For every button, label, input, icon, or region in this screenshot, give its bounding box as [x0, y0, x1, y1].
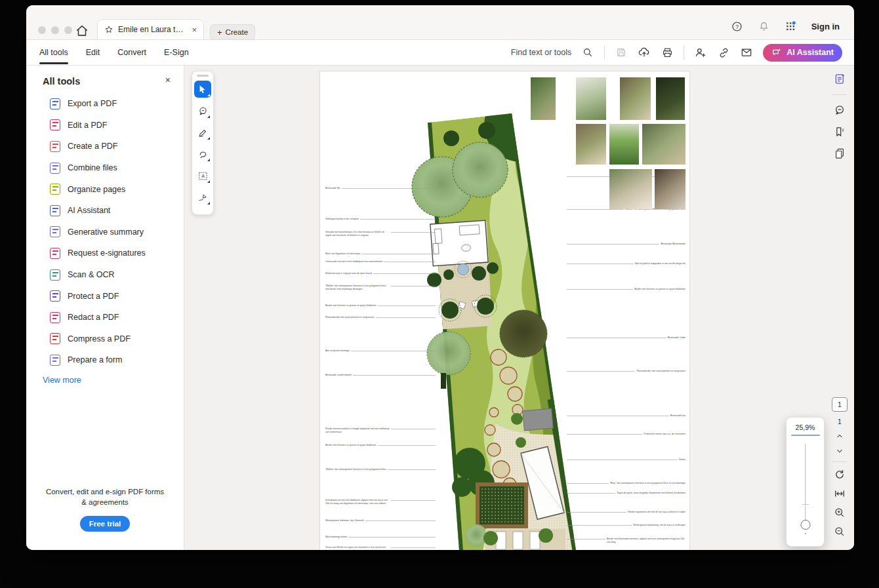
minimize-window-button[interactable]: [51, 26, 59, 34]
view-more-link[interactable]: View more: [43, 376, 184, 385]
tool-label: Request e-signatures: [68, 248, 146, 258]
tool-list-item[interactable]: Request e-signatures: [26, 243, 184, 264]
create-tab-button[interactable]: + Create: [210, 24, 255, 40]
ai-assistant-label: AI Assistant: [787, 48, 834, 57]
notifications-bell-icon[interactable]: [758, 20, 771, 33]
print-icon[interactable]: [661, 46, 674, 59]
leader-line: [567, 209, 623, 210]
select-tool-button[interactable]: [194, 81, 211, 98]
plan-annotation: Bestaande Eik: [325, 187, 436, 190]
tree-tunnel-photo: [576, 124, 606, 165]
ai-assistant-button[interactable]: AI Assistant: [763, 44, 842, 62]
plus-icon: +: [217, 28, 222, 37]
tool-list-item[interactable]: Generative summary: [26, 222, 184, 243]
tool-list-item[interactable]: Organize pages: [26, 178, 184, 200]
zoom-in-icon[interactable]: [833, 506, 846, 519]
tool-list-item[interactable]: Protect a PDF: [26, 285, 184, 307]
tool-list-item[interactable]: AI Assistant: [26, 200, 184, 222]
tool-list-item[interactable]: Create a PDF: [26, 136, 184, 157]
plan-annotation: Bestaande Berkenboom: [567, 243, 685, 246]
page-number-input[interactable]: 1: [832, 397, 848, 412]
lasso-tool-button[interactable]: [194, 146, 211, 163]
free-trial-button[interactable]: Free trial: [80, 516, 131, 532]
leader-line: [353, 375, 436, 376]
leader-line: [567, 264, 634, 264]
titlebar: Emile en Laura tuinont... × + Create ?: [26, 5, 854, 40]
leader-line: [567, 434, 642, 435]
zoom-slider-handle[interactable]: [800, 520, 810, 530]
toolbar-tab[interactable]: Edit: [86, 41, 100, 64]
tool-label: Compress a PDF: [68, 334, 131, 343]
home-icon[interactable]: [75, 24, 89, 38]
tool-list-item[interactable]: Edit a PDF: [26, 115, 184, 136]
tool-label: Prepare a form: [68, 355, 122, 364]
tool-list-item[interactable]: Combine files: [26, 157, 184, 179]
generative-summary-icon[interactable]: [833, 72, 847, 86]
plan-annotation: Klinkerterrasje in visgraat voor de open…: [325, 272, 436, 275]
panel-close-icon[interactable]: ×: [165, 75, 171, 85]
document-tab[interactable]: Emile en Laura tuinont... ×: [97, 19, 204, 39]
pages-thumbnails-icon[interactable]: [833, 147, 846, 160]
leader-line: [388, 469, 436, 470]
comments-icon[interactable]: [833, 104, 846, 117]
create-pdf-icon: [50, 141, 60, 152]
zoom-slider-track[interactable]: [805, 444, 806, 522]
zoom-out-icon[interactable]: [833, 525, 846, 538]
search-icon[interactable]: [581, 46, 594, 59]
svg-text:?: ?: [735, 23, 739, 29]
plan-annotation: Ronde stapstenen om met de kar naar acht…: [567, 511, 685, 514]
app-switcher-grid-icon[interactable]: [785, 20, 798, 33]
share-link-icon[interactable]: [717, 46, 730, 59]
zoom-slider[interactable]: [787, 436, 824, 541]
tool-label: Export a PDF: [68, 99, 117, 108]
plan-annotation: Meerstammige boom: [325, 536, 436, 539]
sign-in-button[interactable]: Sign in: [811, 22, 840, 31]
compress-pdf-icon: [50, 333, 60, 344]
tool-label: Generative summary: [68, 227, 144, 237]
tool-label: Scan & OCR: [68, 270, 115, 279]
maximize-window-button[interactable]: [64, 26, 72, 34]
rotate-page-icon[interactable]: [833, 468, 846, 481]
tool-list-item[interactable]: Prepare a form: [26, 349, 184, 371]
plan-annotation: Tegen de gevel, waar mogelijk, klimplant…: [567, 492, 685, 495]
palette-drag-handle[interactable]: [197, 75, 209, 77]
quick-tools-palette: A: [192, 71, 214, 215]
draw-tool-button[interactable]: [194, 124, 211, 141]
tool-list-item[interactable]: Scan & OCR: [26, 264, 184, 286]
leader-line: [384, 262, 436, 262]
organize-pages-icon: [50, 184, 60, 195]
text-select-tool-button[interactable]: A: [194, 167, 211, 184]
star-icon[interactable]: [104, 25, 113, 34]
promo-text-line1: Convert, edit and e-sign PDF forms: [26, 486, 184, 497]
find-text-or-tools-label[interactable]: Find text or tools: [511, 48, 571, 57]
previous-page-chevron-icon[interactable]: [834, 431, 845, 441]
tool-list-item[interactable]: Compress a PDF: [26, 328, 184, 350]
request-esignatures-icon: [50, 248, 60, 259]
traffic-lights: [38, 26, 72, 34]
toolbar-tab[interactable]: All tools: [39, 41, 68, 64]
fill-sign-tool-button[interactable]: [194, 189, 211, 206]
barn-interior-photo: [655, 169, 685, 209]
plan-annotation: Border met heesters in groene en grijze …: [567, 288, 685, 291]
close-window-button[interactable]: [38, 26, 46, 34]
email-icon[interactable]: [740, 46, 753, 59]
tool-list-item[interactable]: Redact a PDF: [26, 307, 184, 328]
leader-line: [342, 188, 436, 189]
help-icon[interactable]: ?: [731, 20, 744, 33]
request-signature-icon[interactable]: [694, 46, 707, 59]
bookmarks-icon[interactable]: [833, 125, 846, 138]
plan-annotation: Bestaande coniferenpoort: [325, 374, 436, 377]
comment-tool-button[interactable]: [194, 102, 211, 119]
toolbar-tab[interactable]: E-Sign: [164, 41, 189, 64]
right-rail-top: [830, 72, 849, 160]
tab-close-icon[interactable]: ×: [192, 26, 197, 34]
tool-list-item[interactable]: Export a PDF: [26, 93, 184, 115]
upload-cloud-icon[interactable]: [638, 46, 651, 59]
toolbar-tab[interactable]: Convert: [117, 41, 146, 64]
plan-annotation: Schaduwterras met een dakboom, afgezet m…: [325, 499, 436, 505]
next-page-chevron-icon[interactable]: [834, 446, 845, 456]
fit-width-icon[interactable]: [833, 487, 846, 500]
courtyard-photo: [609, 169, 652, 209]
scan-ocr-icon: [50, 269, 60, 281]
protect-pdf-icon: [50, 290, 60, 302]
